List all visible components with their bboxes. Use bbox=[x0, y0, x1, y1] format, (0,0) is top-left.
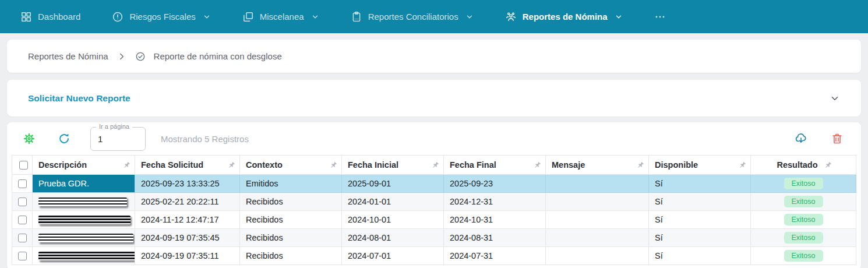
cell-descripcion[interactable] bbox=[33, 247, 135, 265]
cell-contexto[interactable]: Recibidos bbox=[240, 247, 342, 265]
cell-fecha-final[interactable]: 2025-09-23 bbox=[444, 175, 546, 193]
column-header-disponible[interactable]: Disponible bbox=[649, 156, 751, 175]
reports-table: DescripciónFecha SolicitudContextoFecha … bbox=[12, 155, 856, 265]
cell-fecha-inicial[interactable]: 2024-10-01 bbox=[342, 211, 444, 229]
cell-fecha-inicial[interactable]: 2024-01-01 bbox=[342, 193, 444, 211]
cell-resultado[interactable]: Exitoso bbox=[751, 211, 856, 229]
row-select-cell bbox=[12, 193, 33, 211]
refresh-button[interactable] bbox=[55, 130, 73, 147]
request-new-report-panel[interactable]: Solicitar Nuevo Reporte bbox=[7, 80, 861, 117]
column-header-fecha-final[interactable]: Fecha Final bbox=[444, 156, 546, 175]
status-badge: Exitoso bbox=[784, 178, 823, 189]
status-badge: Exitoso bbox=[784, 196, 823, 207]
cell-contexto[interactable]: Recibidos bbox=[240, 211, 342, 229]
go-to-page-input[interactable] bbox=[91, 128, 145, 150]
table-row[interactable]: 2024-09-19 07:35:45Recibidos2024-08-0120… bbox=[12, 229, 856, 247]
cell-resultado[interactable]: Exitoso bbox=[751, 193, 856, 211]
cell-mensaje[interactable] bbox=[546, 229, 649, 247]
cell-mensaje[interactable] bbox=[546, 211, 649, 229]
pin-icon[interactable] bbox=[636, 161, 645, 170]
table-row[interactable]: 2024-09-19 07:35:11Recibidos2024-07-0120… bbox=[12, 247, 856, 265]
refresh-icon bbox=[58, 132, 70, 145]
column-header-descripcion[interactable]: Descripción bbox=[33, 156, 135, 175]
breadcrumb-parent[interactable]: Reportes de Nómina bbox=[28, 51, 108, 61]
cloud-download-icon bbox=[795, 132, 807, 145]
cell-fecha-solicitud[interactable]: 2024-09-19 07:35:45 bbox=[135, 229, 240, 247]
cell-resultado[interactable]: Exitoso bbox=[751, 247, 856, 265]
column-header-contexto[interactable]: Contexto bbox=[240, 156, 342, 175]
cell-descripcion[interactable]: Prueba GDR. bbox=[33, 175, 135, 193]
status-badge: Exitoso bbox=[784, 250, 823, 262]
cell-fecha-solicitud[interactable]: 2025-02-21 20:22:11 bbox=[135, 193, 240, 211]
cell-descripcion[interactable] bbox=[33, 211, 135, 229]
column-header-resultado[interactable]: Resultado bbox=[751, 156, 856, 175]
request-panel-title[interactable]: Solicitar Nuevo Reporte bbox=[28, 93, 130, 104]
download-button[interactable] bbox=[792, 130, 810, 147]
table-row[interactable]: 2024-11-12 12:47:17Recibidos2024-10-0120… bbox=[12, 211, 856, 229]
column-header-mensaje[interactable]: Mensaje bbox=[546, 156, 649, 175]
pin-icon[interactable] bbox=[329, 161, 338, 170]
cell-mensaje[interactable] bbox=[546, 193, 649, 211]
cell-contexto[interactable]: Recibidos bbox=[240, 193, 342, 211]
nav-item-miscelanea[interactable]: Miscelanea bbox=[242, 11, 319, 23]
cell-contexto[interactable]: Emitidos bbox=[240, 175, 342, 193]
cell-disponible[interactable]: Sí bbox=[649, 211, 751, 229]
select-row-checkbox[interactable] bbox=[18, 179, 27, 188]
column-header-label: Contexto bbox=[246, 160, 283, 170]
cell-fecha-final[interactable]: 2024-12-31 bbox=[444, 193, 546, 211]
breadcrumb: Reportes de Nómina Reporte de nómina con… bbox=[7, 40, 861, 73]
cell-fecha-solicitud[interactable]: 2024-11-12 12:47:17 bbox=[135, 211, 240, 229]
cell-resultado[interactable]: Exitoso bbox=[751, 175, 856, 193]
pin-icon[interactable] bbox=[431, 161, 440, 170]
nav-item-dashboard[interactable]: Dashboard bbox=[20, 11, 80, 23]
pin-icon[interactable] bbox=[227, 161, 236, 170]
nav-item-reportes-conciliatorios[interactable]: Reportes Conciliatorios bbox=[351, 11, 474, 23]
cell-fecha-solicitud[interactable]: 2025-09-23 13:33:25 bbox=[135, 175, 240, 193]
cell-descripcion[interactable] bbox=[33, 229, 135, 247]
select-row-checkbox[interactable] bbox=[18, 234, 27, 242]
cell-disponible[interactable]: Sí bbox=[649, 175, 751, 193]
cell-fecha-inicial[interactable]: 2025-09-01 bbox=[342, 175, 444, 193]
go-to-page-label: Ir a página bbox=[96, 123, 132, 130]
select-row-checkbox[interactable] bbox=[18, 198, 27, 206]
cell-descripcion[interactable] bbox=[33, 193, 135, 211]
breadcrumb-current: Reporte de nómina con desglose bbox=[154, 51, 282, 61]
select-all-checkbox[interactable] bbox=[19, 161, 28, 170]
cell-fecha-final[interactable]: 2024-10-31 bbox=[444, 211, 546, 229]
select-row-checkbox[interactable] bbox=[18, 252, 27, 260]
pin-icon[interactable] bbox=[533, 161, 542, 170]
column-header-label: Fecha Solicitud bbox=[141, 160, 203, 170]
cell-disponible[interactable]: Sí bbox=[649, 247, 751, 265]
settings-button[interactable] bbox=[20, 130, 38, 147]
cell-fecha-final[interactable]: 2024-07-31 bbox=[444, 247, 546, 265]
cell-mensaje[interactable] bbox=[546, 247, 649, 265]
delete-button[interactable] bbox=[828, 130, 846, 147]
cell-disponible[interactable]: Sí bbox=[649, 229, 751, 247]
nav-item-riesgos-fiscales[interactable]: Riesgos Fiscales bbox=[112, 11, 210, 23]
chevron-down-icon bbox=[310, 13, 319, 21]
cell-fecha-inicial[interactable]: 2024-07-01 bbox=[342, 247, 444, 265]
cell-contexto[interactable]: Recibidos bbox=[240, 229, 342, 247]
nav-item-label: Miscelanea bbox=[260, 12, 304, 22]
pin-icon[interactable] bbox=[824, 161, 832, 170]
cell-disponible[interactable]: Sí bbox=[649, 193, 751, 211]
pin-icon[interactable] bbox=[738, 161, 747, 170]
column-header-fecha-solicitud[interactable]: Fecha Solicitud bbox=[135, 156, 240, 175]
nav-item-label: Riesgos Fiscales bbox=[129, 12, 195, 22]
pin-icon[interactable] bbox=[122, 161, 131, 170]
chevron-down-icon[interactable] bbox=[830, 93, 840, 104]
cell-fecha-solicitud[interactable]: 2024-09-19 07:35:11 bbox=[135, 247, 240, 265]
table-row[interactable]: 2025-02-21 20:22:11Recibidos2024-01-0120… bbox=[12, 193, 856, 211]
select-row-checkbox[interactable] bbox=[18, 216, 27, 224]
column-header-label: Mensaje bbox=[552, 160, 585, 170]
nav-item-reportes-de-nomina[interactable]: Reportes de Nómina bbox=[505, 11, 623, 23]
cell-fecha-final[interactable]: 2024-08-31 bbox=[444, 229, 546, 247]
table-row[interactable]: Prueba GDR.2025-09-23 13:33:25Emitidos20… bbox=[12, 175, 856, 193]
cell-mensaje[interactable] bbox=[546, 175, 649, 193]
column-header-label: Resultado bbox=[777, 160, 817, 170]
cell-resultado[interactable]: Exitoso bbox=[751, 229, 856, 247]
column-header-fecha-inicial[interactable]: Fecha Inicial bbox=[342, 156, 444, 175]
cell-fecha-inicial[interactable]: 2024-08-01 bbox=[342, 229, 444, 247]
nav-overflow-button[interactable] bbox=[654, 11, 666, 23]
row-select-cell bbox=[12, 175, 33, 193]
